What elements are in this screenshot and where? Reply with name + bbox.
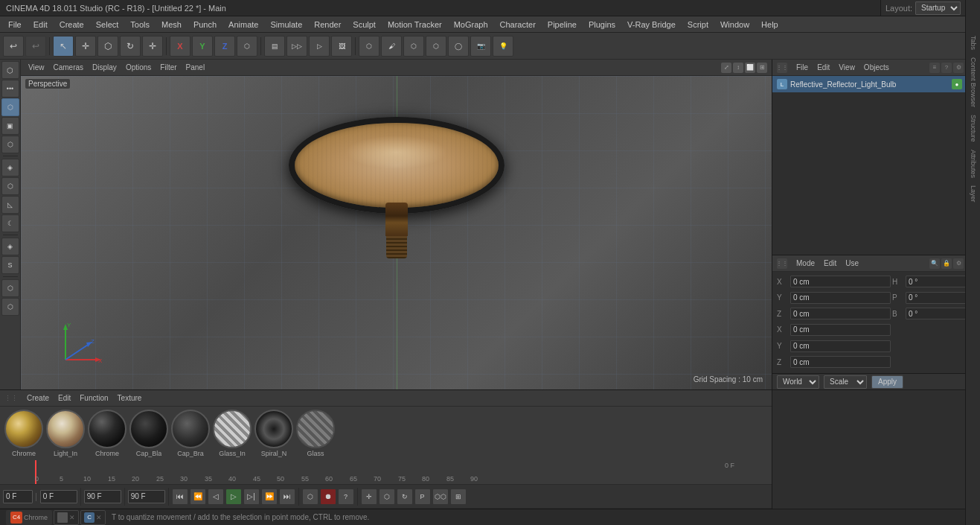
tl-end[interactable]: ⏭ xyxy=(279,489,295,505)
rp-list-btn[interactable]: ≡ xyxy=(929,63,940,73)
tl-current-frame-input[interactable] xyxy=(3,490,33,503)
tl-next-frame[interactable]: ▷| xyxy=(243,489,260,505)
menu-edit[interactable]: Edit xyxy=(28,19,53,31)
transform-mode-select[interactable]: Scale Move Rotate xyxy=(824,375,867,389)
view-cube[interactable]: ⬡ xyxy=(359,36,379,57)
layout-select[interactable]: Startup xyxy=(915,1,961,15)
view-light[interactable]: 💡 xyxy=(493,36,513,57)
tl-forward[interactable]: ⏩ xyxy=(261,489,278,505)
taskbar-win1-close[interactable]: ✕ xyxy=(69,514,75,521)
multiselect-tool[interactable]: ✛ xyxy=(142,36,163,57)
menu-script[interactable]: Script xyxy=(682,19,714,31)
coord-system-select[interactable]: World Object xyxy=(777,375,819,389)
edges-mode[interactable]: ⬡ xyxy=(1,98,19,116)
move-tool[interactable]: ✛ xyxy=(75,36,96,57)
view-smooth[interactable]: ◯ xyxy=(448,36,469,57)
render-picture-viewer[interactable]: 🖼 xyxy=(331,36,352,57)
render-play[interactable]: ▷▷ xyxy=(286,36,307,57)
vp-menu-display[interactable]: Display xyxy=(89,63,120,72)
tl-prev-frame[interactable]: ◁ xyxy=(208,489,224,505)
tl-all-keys[interactable]: ⬡⬡ xyxy=(432,489,449,505)
rp-menu-objects[interactable]: Objects xyxy=(861,63,892,72)
tl-snap[interactable]: ✛ xyxy=(361,489,377,505)
menu-sculpt[interactable]: Sculpt xyxy=(348,19,381,31)
tl-rec-3[interactable]: ? xyxy=(338,489,354,505)
tl-key[interactable]: ⬡ xyxy=(379,489,395,505)
material-item-light-inner[interactable]: Light_In xyxy=(46,410,85,457)
object-row[interactable]: L Reflective_Reflector_Light_Bulb ● ● xyxy=(772,76,980,92)
taskbar-win2[interactable]: C ✕ xyxy=(80,510,106,525)
vp-menu-panel[interactable]: Panel xyxy=(183,63,208,72)
apply-button[interactable]: Apply xyxy=(871,375,903,389)
menu-select[interactable]: Select xyxy=(91,19,124,31)
vp-ctrl-1[interactable]: ⤢ xyxy=(721,63,731,73)
material-item-cap-brass[interactable]: Cap_Bra xyxy=(171,410,210,457)
model-tool-3[interactable]: ◺ xyxy=(1,196,19,214)
tl-rec-1[interactable]: ⬡ xyxy=(302,489,318,505)
taskbar-c4d[interactable]: C4 Chrome xyxy=(6,510,52,525)
material-item-chrome-black[interactable]: Chrome xyxy=(88,410,126,457)
attr-search[interactable]: 🔍 xyxy=(929,258,940,269)
model-tool-6[interactable]: S xyxy=(1,256,19,274)
attr-config[interactable]: ⚙ xyxy=(953,258,964,269)
coord-y2-input[interactable] xyxy=(790,340,891,352)
tl-back[interactable]: ⏪ xyxy=(190,489,206,505)
layout-tab-attributes[interactable]: Attributes xyxy=(968,147,979,181)
vp-ctrl-2[interactable]: ↕ xyxy=(733,63,743,73)
vp-ctrl-3[interactable]: ⬜ xyxy=(745,63,755,73)
menu-mesh[interactable]: Mesh xyxy=(156,19,187,31)
vp-menu-cameras[interactable]: Cameras xyxy=(51,63,87,72)
tl-start-input[interactable] xyxy=(40,490,77,503)
coord-z-pos-input[interactable] xyxy=(790,308,891,319)
menu-window[interactable]: Window xyxy=(715,19,755,31)
material-item-glass-inner[interactable]: Glass_In xyxy=(213,410,252,457)
menu-pipeline[interactable]: Pipeline xyxy=(542,19,582,31)
taskbar-win2-close[interactable]: ✕ xyxy=(96,514,102,521)
rp-config-btn[interactable]: ⚙ xyxy=(953,63,964,73)
material-item-cap-black[interactable]: Cap_Bla xyxy=(129,410,168,457)
coord-x2-input[interactable] xyxy=(790,324,891,336)
menu-animate[interactable]: Animate xyxy=(223,19,263,31)
tl-min-input[interactable] xyxy=(128,490,165,503)
axis-z-button[interactable]: Z xyxy=(214,36,235,57)
vp-menu-options[interactable]: Options xyxy=(123,63,154,72)
mat-menu-function[interactable]: Function xyxy=(77,393,111,403)
render-region[interactable]: ▤ xyxy=(264,36,285,57)
undo-button[interactable]: ↩ xyxy=(3,36,24,57)
mat-menu-edit[interactable]: Edit xyxy=(55,393,74,403)
layout-tab-structure[interactable]: Structure xyxy=(968,112,979,145)
mat-menu-create[interactable]: Create xyxy=(24,393,52,403)
coord-x-pos-input[interactable] xyxy=(790,276,891,287)
taskbar-win1[interactable]: ✕ xyxy=(54,510,79,525)
menu-file[interactable]: File xyxy=(3,19,27,31)
model-tool-2[interactable]: ⬡ xyxy=(1,177,19,195)
menu-simulate[interactable]: Simulate xyxy=(265,19,307,31)
menu-help[interactable]: Help xyxy=(756,19,784,31)
menu-vray[interactable]: V-Ray Bridge xyxy=(622,19,681,31)
viewport-canvas[interactable]: Perspective xyxy=(21,76,772,389)
model-tool-5[interactable]: ◈ xyxy=(1,238,19,255)
tl-window[interactable]: ⊞ xyxy=(450,489,467,505)
render-view[interactable]: ▷ xyxy=(309,36,330,57)
vp-menu-view[interactable]: View xyxy=(25,63,48,72)
layout-tab-layer[interactable]: Layer xyxy=(968,182,979,206)
view-weight[interactable]: ⬡ xyxy=(426,36,446,57)
view-subdivide[interactable]: ⬡ xyxy=(403,36,424,57)
model-tool-4[interactable]: ☾ xyxy=(1,214,19,232)
rp-menu-view[interactable]: View xyxy=(836,63,858,72)
material-item-glass[interactable]: Glass xyxy=(296,410,335,457)
world-button[interactable]: ⬡ xyxy=(237,36,257,57)
view-brush[interactable]: 🖌 xyxy=(381,36,402,57)
tl-auto[interactable]: ↻ xyxy=(397,489,413,505)
menu-motion-tracker[interactable]: Motion Tracker xyxy=(382,19,447,31)
layout-tab-content[interactable]: Content Browser xyxy=(968,54,979,110)
rotate-tool[interactable]: ↻ xyxy=(120,36,141,57)
rp-search-btn[interactable]: ? xyxy=(941,63,952,73)
axis-x-button[interactable]: X xyxy=(170,36,190,57)
model-tool-1[interactable]: ◈ xyxy=(1,159,19,176)
material-item-spiral[interactable]: Spiral_N xyxy=(254,410,293,457)
attr-dots[interactable]: ⋮⋮ xyxy=(777,258,787,269)
coord-z2-input[interactable] xyxy=(790,356,891,368)
attr-tab-edit[interactable]: Edit xyxy=(821,258,839,268)
scale-tool[interactable]: ⬡ xyxy=(97,36,118,57)
